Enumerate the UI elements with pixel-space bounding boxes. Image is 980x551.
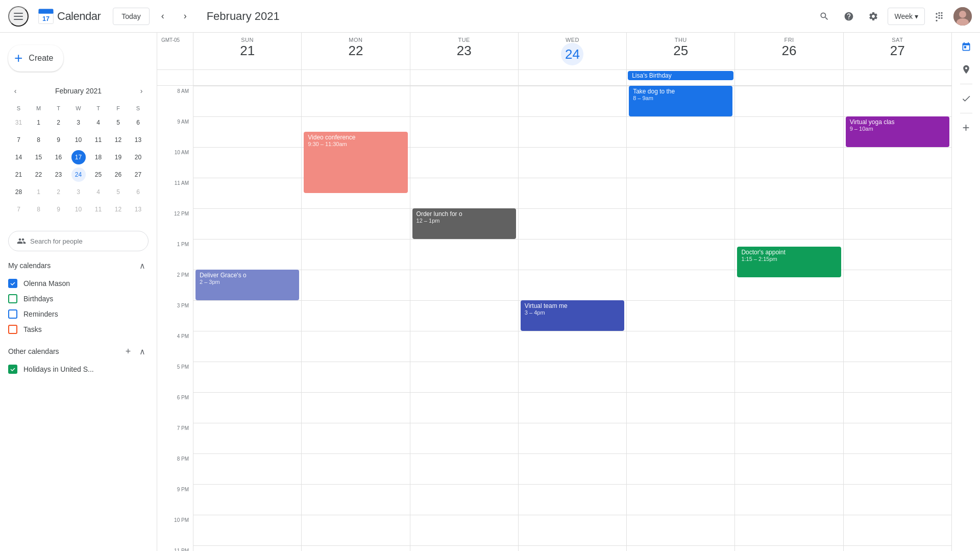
event-order-lunch[interactable]: Order lunch for o12 – 1pm bbox=[412, 208, 516, 239]
mini-day-27[interactable]: 27 bbox=[131, 167, 145, 182]
mini-day-5[interactable]: 5 bbox=[111, 115, 126, 130]
mini-day-24[interactable]: 24 bbox=[71, 167, 86, 182]
view-selector[interactable]: Week ▾ bbox=[888, 8, 925, 25]
mini-day-22[interactable]: 22 bbox=[32, 167, 46, 182]
mini-prev-button[interactable]: ‹ bbox=[8, 84, 22, 98]
mini-day-4[interactable]: 4 bbox=[91, 185, 106, 199]
mini-day-16[interactable]: 16 bbox=[52, 150, 66, 164]
mini-day-2[interactable]: 2 bbox=[52, 185, 66, 199]
logo[interactable]: 17 Calendar bbox=[37, 7, 101, 26]
dow-w: W bbox=[69, 103, 88, 113]
reminders-checkbox[interactable] bbox=[8, 309, 17, 319]
allday-fri[interactable] bbox=[734, 70, 843, 85]
help-button[interactable] bbox=[839, 6, 859, 27]
search-people-field[interactable]: Search for people bbox=[8, 231, 149, 251]
mini-day-9[interactable]: 9 bbox=[52, 133, 66, 147]
mini-day-17[interactable]: 17 bbox=[71, 150, 86, 164]
search-button[interactable] bbox=[814, 6, 835, 27]
other-calendars-header: Other calendars + ∧ bbox=[8, 345, 149, 357]
holidays-checkbox[interactable] bbox=[8, 365, 17, 374]
grid-col-sat[interactable]: Virtual yoga clas9 – 10am bbox=[843, 86, 951, 551]
my-calendars-collapse[interactable]: ∧ bbox=[136, 259, 149, 272]
menu-button[interactable] bbox=[8, 6, 29, 27]
event-doctors-appointment[interactable]: Doctor's appoint1:15 – 2:15pm bbox=[737, 247, 841, 277]
mini-day-9[interactable]: 9 bbox=[52, 202, 66, 217]
mini-day-10[interactable]: 10 bbox=[71, 202, 86, 217]
other-cal-collapse[interactable]: ∧ bbox=[136, 345, 149, 357]
mini-day-12[interactable]: 12 bbox=[111, 202, 126, 217]
mini-day-31[interactable]: 31 bbox=[12, 115, 26, 130]
allday-wed[interactable] bbox=[518, 70, 626, 85]
olenna-checkbox[interactable] bbox=[8, 279, 17, 288]
mini-day-21[interactable]: 21 bbox=[12, 167, 26, 182]
other-calendars-title[interactable]: Other calendars bbox=[8, 347, 59, 355]
mini-day-19[interactable]: 19 bbox=[111, 150, 126, 164]
mini-day-14[interactable]: 14 bbox=[12, 150, 26, 164]
allday-tue[interactable] bbox=[410, 70, 518, 85]
apps-button[interactable] bbox=[929, 6, 949, 27]
mini-day-6[interactable]: 6 bbox=[131, 115, 145, 130]
allday-mon[interactable] bbox=[301, 70, 409, 85]
mini-day-2[interactable]: 2 bbox=[52, 115, 66, 130]
grid-col-fri[interactable]: Doctor's appoint1:15 – 2:15pm bbox=[734, 86, 843, 551]
mini-day-4[interactable]: 4 bbox=[91, 115, 106, 130]
mini-day-1[interactable]: 1 bbox=[32, 185, 46, 199]
right-calendar-icon-btn[interactable] bbox=[956, 37, 976, 57]
mini-day-23[interactable]: 23 bbox=[52, 167, 66, 182]
allday-sat[interactable] bbox=[843, 70, 951, 85]
birthdays-checkbox[interactable] bbox=[8, 294, 17, 303]
mini-day-8[interactable]: 8 bbox=[32, 133, 46, 147]
mini-day-7[interactable]: 7 bbox=[12, 133, 26, 147]
mini-day-28[interactable]: 28 bbox=[12, 185, 26, 199]
mini-next-button[interactable]: › bbox=[134, 84, 149, 98]
tasks-checkbox[interactable] bbox=[8, 325, 17, 334]
mini-day-13[interactable]: 13 bbox=[131, 202, 145, 217]
mini-day-13[interactable]: 13 bbox=[131, 133, 145, 147]
prev-button[interactable]: ‹ bbox=[154, 7, 172, 26]
grid-col-wed[interactable]: Virtual team me3 – 4pm bbox=[518, 86, 626, 551]
grid-col-thu[interactable]: Take dog to the8 – 9am bbox=[626, 86, 734, 551]
mini-day-15[interactable]: 15 bbox=[32, 150, 46, 164]
mini-day-8[interactable]: 8 bbox=[32, 202, 46, 217]
grid-col-sun[interactable]: Deliver Grace's o2 – 3pm bbox=[193, 86, 301, 551]
mini-day-25[interactable]: 25 bbox=[91, 167, 106, 182]
mini-day-3[interactable]: 3 bbox=[71, 115, 86, 130]
event-deliver-grace[interactable]: Deliver Grace's o2 – 3pm bbox=[195, 270, 299, 300]
today-button[interactable]: Today bbox=[113, 8, 149, 25]
mini-day-11[interactable]: 11 bbox=[91, 202, 106, 217]
right-add-button[interactable]: + bbox=[956, 117, 976, 138]
grid-col-mon[interactable]: Video conference9:30 – 11:30am bbox=[301, 86, 409, 551]
mini-day-1[interactable]: 1 bbox=[32, 115, 46, 130]
next-button[interactable]: › bbox=[176, 7, 194, 26]
mini-day-18[interactable]: 18 bbox=[91, 150, 106, 164]
right-check-icon-btn[interactable] bbox=[956, 88, 976, 109]
settings-button[interactable] bbox=[863, 6, 884, 27]
event-virtual-yoga[interactable]: Virtual yoga clas9 – 10am bbox=[846, 116, 949, 147]
calendar-item-olenna[interactable]: Olenna Mason bbox=[8, 276, 149, 291]
mini-day-3[interactable]: 3 bbox=[71, 185, 86, 199]
event-take-dog[interactable]: Take dog to the8 – 9am bbox=[629, 86, 732, 116]
mini-day-20[interactable]: 20 bbox=[131, 150, 145, 164]
allday-thu[interactable]: Lisa's Birthday bbox=[626, 70, 734, 85]
other-cal-add-button[interactable]: + bbox=[122, 345, 134, 357]
create-button[interactable]: + Create bbox=[8, 45, 63, 71]
mini-day-5[interactable]: 5 bbox=[111, 185, 126, 199]
mini-day-11[interactable]: 11 bbox=[91, 133, 106, 147]
mini-day-10[interactable]: 10 bbox=[71, 133, 86, 147]
avatar[interactable] bbox=[953, 7, 972, 26]
calendar-item-reminders[interactable]: Reminders bbox=[8, 306, 149, 322]
mini-day-7[interactable]: 7 bbox=[12, 202, 26, 217]
mini-day-12[interactable]: 12 bbox=[111, 133, 126, 147]
calendar-item-tasks[interactable]: Tasks bbox=[8, 322, 149, 337]
event-video-conference[interactable]: Video conference9:30 – 11:30am bbox=[304, 132, 407, 193]
my-calendars-title[interactable]: My calendars bbox=[8, 261, 51, 270]
event-lisas-birthday[interactable]: Lisa's Birthday bbox=[628, 71, 733, 80]
allday-sun[interactable] bbox=[193, 70, 301, 85]
calendar-item-holidays[interactable]: Holidays in United S... bbox=[8, 362, 149, 377]
mini-day-26[interactable]: 26 bbox=[111, 167, 126, 182]
mini-day-6[interactable]: 6 bbox=[131, 185, 145, 199]
calendar-item-birthdays[interactable]: Birthdays bbox=[8, 291, 149, 306]
right-map-icon-btn[interactable] bbox=[956, 59, 976, 80]
grid-col-tue[interactable]: Order lunch for o12 – 1pm bbox=[410, 86, 518, 551]
event-virtual-team[interactable]: Virtual team me3 – 4pm bbox=[521, 300, 624, 331]
